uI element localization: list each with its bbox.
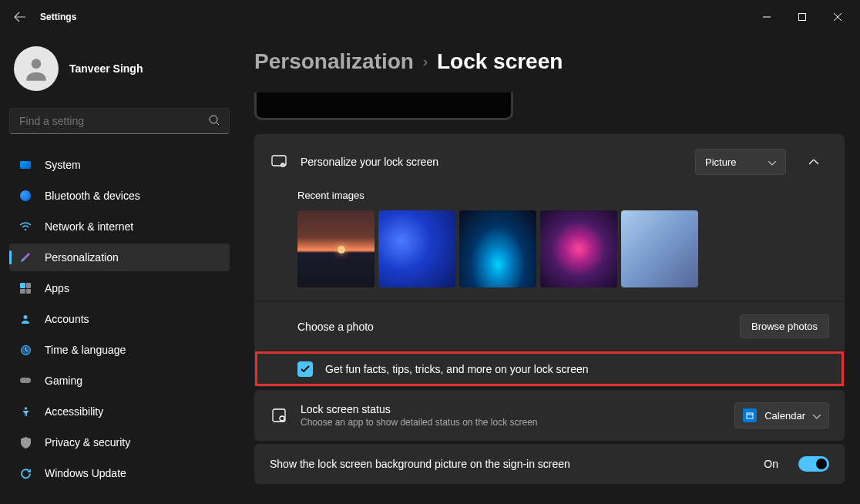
svg-rect-6	[20, 378, 31, 383]
clock-icon	[18, 343, 32, 357]
chevron-down-icon	[768, 156, 776, 168]
personalize-card: Personalize your lock screen Picture Rec…	[254, 134, 845, 387]
personalize-row[interactable]: Personalize your lock screen Picture	[254, 134, 845, 190]
bluetooth-icon	[18, 189, 32, 203]
row-label: Choose a photo	[297, 321, 727, 333]
recent-image-4[interactable]	[540, 210, 617, 287]
nav-label: Accounts	[45, 313, 89, 325]
calendar-icon	[743, 408, 757, 422]
row-label: Show the lock screen background picture …	[270, 458, 751, 470]
back-button[interactable]	[5, 2, 35, 32]
svg-point-1	[32, 59, 42, 69]
row-label: Get fun facts, tips, tricks, and more on…	[325, 363, 589, 375]
avatar	[14, 46, 59, 91]
search-icon	[209, 115, 220, 128]
nav-label: System	[45, 159, 81, 171]
nav-update[interactable]: Windows Update	[9, 459, 230, 487]
choose-photo-row: Choose a photo Browse photos	[254, 301, 845, 351]
nav-privacy[interactable]: Privacy & security	[9, 428, 230, 456]
person-icon	[22, 54, 51, 83]
signin-picture-row[interactable]: Show the lock screen background picture …	[254, 444, 845, 484]
status-card: Lock screen status Choose an app to show…	[254, 390, 845, 441]
row-label: Lock screen status	[301, 403, 722, 415]
wifi-icon	[18, 220, 32, 234]
svg-rect-0	[799, 14, 806, 21]
select-value: Calendar	[764, 410, 805, 422]
search-input[interactable]	[9, 108, 230, 134]
sidebar: Tanveer Singh System Bluetooth & devices…	[0, 34, 239, 504]
recent-images-section: Recent images	[254, 190, 845, 301]
svg-rect-12	[747, 413, 753, 418]
row-label: Personalize your lock screen	[301, 156, 683, 168]
nav-label: Windows Update	[45, 467, 126, 479]
nav-bluetooth[interactable]: Bluetooth & devices	[9, 182, 230, 210]
nav-network[interactable]: Network & internet	[9, 213, 230, 240]
nav-system[interactable]: System	[9, 151, 230, 179]
nav-time[interactable]: Time & language	[9, 336, 230, 364]
minimize-button[interactable]	[749, 5, 784, 29]
section-label: Recent images	[297, 190, 829, 201]
nav-label: Accessibility	[45, 405, 103, 418]
arrow-left-icon	[14, 11, 26, 23]
picture-icon	[270, 155, 288, 169]
breadcrumb: Personalization › Lock screen	[254, 34, 845, 92]
nav-label: Network & internet	[45, 220, 133, 233]
lockscreen-preview	[254, 92, 513, 120]
nav-gaming[interactable]: Gaming	[9, 367, 230, 395]
close-button[interactable]	[820, 5, 855, 29]
status-app-select[interactable]: Calendar	[734, 402, 829, 428]
apps-icon	[18, 281, 32, 295]
main-content: Personalization › Lock screen Personaliz…	[239, 34, 860, 504]
toggle-state: On	[764, 458, 778, 470]
funfacts-row[interactable]: Get fun facts, tips, tricks, and more on…	[254, 351, 845, 387]
funfacts-checkbox[interactable]	[297, 361, 313, 377]
nav-label: Bluetooth & devices	[45, 190, 140, 202]
nav-label: Time & language	[45, 344, 126, 356]
svg-point-3	[25, 229, 26, 230]
collapse-button[interactable]	[798, 146, 829, 177]
chevron-down-icon	[813, 410, 821, 422]
maximize-button[interactable]	[784, 5, 820, 29]
thumbnails	[297, 210, 829, 287]
recent-image-2[interactable]	[378, 210, 455, 287]
nav-personalization[interactable]: Personalization	[9, 244, 230, 271]
recent-image-1[interactable]	[297, 210, 375, 287]
svg-point-11	[280, 416, 284, 421]
nav-label: Apps	[45, 282, 69, 294]
titlebar: Settings	[0, 0, 860, 34]
account-icon	[18, 312, 32, 326]
breadcrumb-parent[interactable]: Personalization	[254, 49, 414, 74]
recent-image-3[interactable]	[459, 210, 536, 287]
nav-accounts[interactable]: Accounts	[9, 305, 230, 333]
nav-label: Privacy & security	[45, 436, 130, 449]
system-icon	[18, 158, 32, 172]
signin-card: Show the lock screen background picture …	[254, 444, 845, 484]
profile-section[interactable]: Tanveer Singh	[9, 42, 230, 105]
row-sublabel: Choose an app to show detailed status on…	[301, 417, 722, 428]
status-row[interactable]: Lock screen status Choose an app to show…	[254, 390, 845, 441]
recent-image-5[interactable]	[621, 210, 698, 287]
profile-name: Tanveer Singh	[69, 62, 143, 75]
select-value: Picture	[705, 156, 736, 168]
gaming-icon	[18, 374, 32, 388]
check-icon	[301, 365, 310, 373]
signin-toggle[interactable]	[798, 456, 829, 472]
accessibility-icon	[18, 405, 32, 418]
search-field[interactable]	[19, 115, 209, 127]
brush-icon	[18, 250, 32, 264]
nav-label: Personalization	[45, 251, 119, 264]
window-title: Settings	[40, 12, 76, 22]
browse-photos-button[interactable]: Browse photos	[740, 314, 829, 338]
window-controls	[749, 5, 855, 29]
breadcrumb-current: Lock screen	[437, 49, 563, 74]
svg-point-4	[24, 315, 28, 319]
svg-point-2	[210, 116, 217, 123]
shield-icon	[18, 435, 32, 449]
nav-label: Gaming	[45, 375, 82, 387]
app-icon	[270, 408, 288, 422]
svg-point-7	[24, 407, 27, 410]
nav-apps[interactable]: Apps	[9, 274, 230, 302]
background-mode-select[interactable]: Picture	[695, 149, 786, 175]
nav-accessibility[interactable]: Accessibility	[9, 398, 230, 425]
update-icon	[18, 466, 32, 480]
